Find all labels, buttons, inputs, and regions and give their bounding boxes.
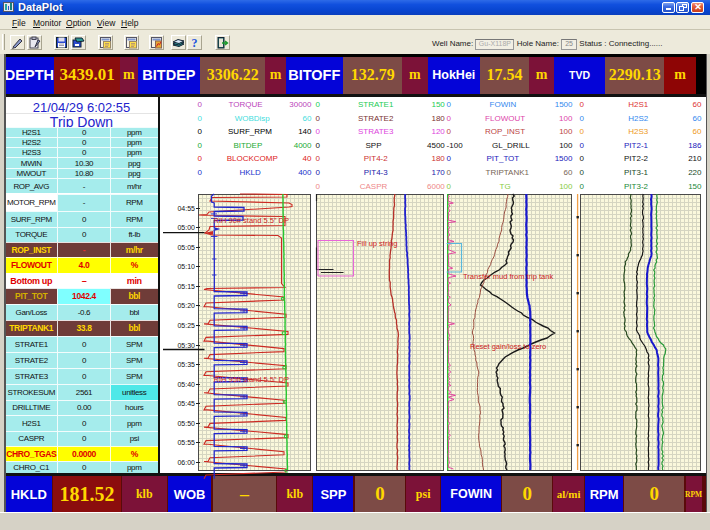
svg-text:?: ? (192, 36, 198, 49)
